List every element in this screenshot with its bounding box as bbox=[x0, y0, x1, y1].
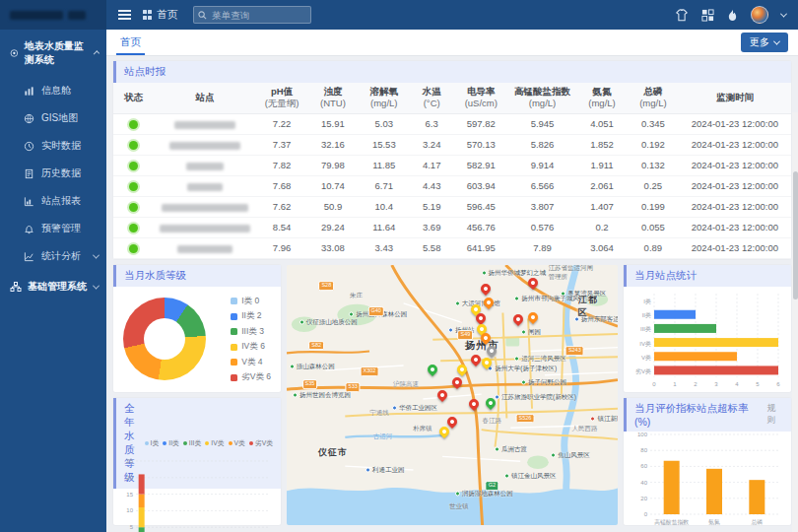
search-icon bbox=[198, 11, 207, 20]
search-input[interactable] bbox=[193, 6, 311, 24]
status-dot-normal bbox=[129, 182, 138, 191]
station-name-redacted bbox=[187, 183, 223, 191]
map-poi-label: 江苏旅游职业学院(新校区) bbox=[495, 393, 576, 402]
table-row[interactable]: 8.5429.2411.643.69456.760.5760.20.055202… bbox=[113, 217, 791, 237]
table-row[interactable]: 7.9633.083.435.58641.957.893.0640.892024… bbox=[113, 237, 791, 258]
station-name-redacted bbox=[177, 245, 233, 253]
sidebar-item-6[interactable]: 预警管理 bbox=[0, 215, 106, 242]
scrollbar-thumb[interactable] bbox=[793, 171, 798, 299]
legend-item[interactable]: IV类 6 bbox=[231, 341, 271, 353]
table-cell: 6.566 bbox=[508, 175, 576, 196]
table-cell: 4.43 bbox=[410, 175, 454, 196]
status-dot-normal bbox=[129, 162, 138, 170]
svg-text:5: 5 bbox=[130, 525, 134, 531]
table-cell: 7.96 bbox=[256, 237, 307, 258]
table-cell: 8.54 bbox=[256, 217, 307, 237]
sidebar-group-base-management[interactable]: 基础管理系统 bbox=[0, 270, 106, 303]
station-report-icon bbox=[24, 196, 34, 207]
rules-link[interactable]: 规则 bbox=[766, 403, 783, 427]
map-road-label: 春江路 bbox=[483, 417, 502, 426]
station-map[interactable]: 扬州华侨城梦幻之城江苏省盐运河闸管理所大运河博物馆扬州市邗沟唐子城风景区奥莱湾风… bbox=[287, 265, 618, 525]
road-shield-badge: 533 bbox=[346, 382, 361, 392]
table-cell: 456.76 bbox=[454, 217, 508, 237]
legend-item[interactable]: V类 bbox=[229, 438, 245, 448]
panel-header: 站点时报 bbox=[113, 61, 791, 83]
table-row[interactable]: 7.6810.746.714.43603.946.5662.0610.25202… bbox=[113, 175, 791, 196]
poi-dot-icon bbox=[293, 392, 298, 397]
more-button[interactable]: 更多 bbox=[741, 33, 788, 52]
road-shield-badge: X302 bbox=[361, 366, 379, 376]
table-cell: 29.24 bbox=[307, 217, 359, 237]
user-avatar[interactable] bbox=[751, 6, 768, 24]
road-shield-badge: S82 bbox=[308, 341, 324, 351]
sidebar-collapse-button[interactable] bbox=[106, 10, 143, 20]
legend-item[interactable]: I类 bbox=[145, 438, 160, 448]
panel-title: 站点时报 bbox=[124, 65, 166, 79]
column-header: 总磷(mg/L) bbox=[628, 83, 679, 113]
map-poi-label: 捺山森林公园 bbox=[290, 362, 335, 370]
sidebar-item-4[interactable]: 历史数据 bbox=[0, 160, 106, 187]
legend-item[interactable]: I类 0 bbox=[231, 296, 271, 307]
road-shield-badge: S49 bbox=[458, 330, 474, 340]
legend-item[interactable]: 劣V类 6 bbox=[231, 371, 271, 383]
table-cell: 9.914 bbox=[508, 155, 576, 175]
poi-dot-icon bbox=[349, 311, 354, 316]
sidebar-item-2[interactable]: GIS地图 bbox=[0, 104, 106, 132]
table-row[interactable]: 7.6250.910.45.19596.453.8071.4070.199202… bbox=[113, 196, 791, 217]
layout-screens-icon[interactable] bbox=[701, 9, 714, 22]
status-dot-normal bbox=[129, 244, 138, 253]
logo-redacted-block bbox=[10, 11, 63, 20]
chevron-down-icon bbox=[93, 282, 100, 289]
table-cell: 0.199 bbox=[628, 196, 679, 217]
table-row[interactable]: 7.2215.915.036.3597.825.9454.0510.345202… bbox=[113, 113, 791, 134]
status-dot-normal bbox=[129, 120, 138, 129]
legend-item[interactable]: III类 bbox=[183, 438, 201, 448]
station-table-header: 状态站点pH值(无量纲)浊度(NTU)溶解氧(mg/L)水温(°C)电导率(uS… bbox=[113, 83, 791, 113]
sidebar-item-5[interactable]: 站点报表 bbox=[0, 187, 106, 215]
table-cell: 3.807 bbox=[508, 196, 576, 217]
sidebar-item-1[interactable]: 信息舱 bbox=[0, 77, 106, 104]
poi-dot-icon bbox=[514, 356, 519, 361]
svg-text:20: 20 bbox=[640, 496, 647, 501]
table-cell: 7.82 bbox=[256, 155, 307, 175]
station-table: 状态站点pH值(无量纲)浊度(NTU)溶解氧(mg/L)水温(°C)电导率(uS… bbox=[113, 83, 791, 259]
app-logo bbox=[0, 0, 106, 30]
table-cell: 582.91 bbox=[454, 155, 508, 175]
poi-dot-icon bbox=[561, 291, 565, 296]
svg-text:80: 80 bbox=[640, 448, 647, 454]
legend-item[interactable]: IV类 bbox=[205, 438, 224, 448]
sidebar-item-3[interactable]: 实时数据 bbox=[0, 132, 106, 160]
station-name-redacted bbox=[186, 163, 224, 170]
annual-level-stacked-chart: 0510152025123456789101112 bbox=[113, 489, 281, 525]
table-row[interactable]: 7.3732.1615.533.24570.135.8261.8520.1922… bbox=[113, 134, 791, 155]
sidebar-group-surface-water-system[interactable]: 地表水质量监测系统 bbox=[0, 30, 106, 77]
user-menu-chevron-icon[interactable] bbox=[780, 10, 787, 17]
stats-analysis-icon bbox=[24, 251, 34, 262]
tab-home[interactable]: 首页 bbox=[116, 30, 145, 55]
water-system-icon bbox=[10, 47, 19, 59]
breadcrumb[interactable]: 首页 bbox=[143, 8, 177, 22]
poi-dot-icon bbox=[521, 330, 526, 335]
svg-text:V类: V类 bbox=[641, 355, 651, 361]
legend-item[interactable]: III类 3 bbox=[231, 326, 271, 338]
station-name-redacted bbox=[160, 225, 250, 233]
table-cell: 7.37 bbox=[256, 134, 307, 155]
table-cell: 0.25 bbox=[628, 175, 679, 196]
table-row[interactable]: 7.8279.9811.854.17582.919.9141.9110.1322… bbox=[113, 155, 791, 175]
road-shield-badge: S526 bbox=[515, 414, 534, 424]
legend-item[interactable]: V类 4 bbox=[231, 357, 271, 368]
station-report-panel: 站点时报 状态站点pH值(无量纲)浊度(NTU)溶解氧(mg/L)水温(°C)电… bbox=[113, 61, 791, 259]
annual-level-panel: 全年水质等级 I类II类III类IV类V类劣V类 051015202512345… bbox=[113, 398, 281, 525]
legend-item[interactable]: 劣V类 bbox=[249, 438, 273, 448]
map-place-label: 世业镇 bbox=[449, 502, 469, 511]
exceed-rate-panel: 当月评价指标站点超标率(%) 规则 020406080100高锰酸盐指数氨氮总磷 bbox=[624, 398, 791, 525]
legend-item[interactable]: II类 bbox=[163, 438, 179, 448]
legend-item[interactable]: II类 2 bbox=[231, 310, 271, 322]
flame-icon[interactable] bbox=[727, 9, 738, 22]
svg-text:40: 40 bbox=[640, 480, 647, 486]
map-poi-label: 闸园 bbox=[521, 328, 541, 337]
theme-skin-icon[interactable] bbox=[675, 9, 689, 22]
poi-dot-icon bbox=[299, 319, 304, 324]
table-cell: 11.64 bbox=[359, 217, 410, 237]
sidebar-item-7[interactable]: 统计分析 bbox=[0, 242, 106, 270]
